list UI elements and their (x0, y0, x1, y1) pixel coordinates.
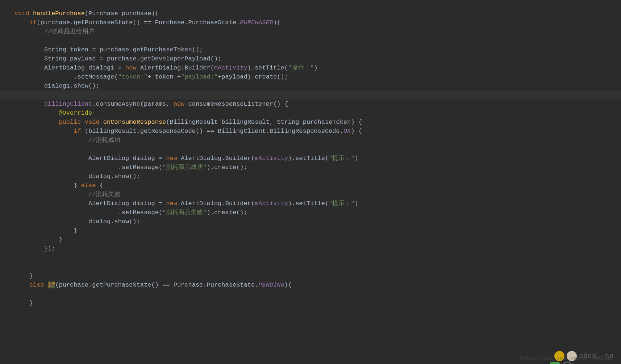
code-line: AlertDialog dialog = new AlertDialog.Bui… (14, 155, 358, 162)
code-line: AlertDialog dialog1 = new AlertDialog.Bu… (14, 64, 318, 71)
code-line: dialog.show(); (14, 173, 140, 180)
code-line: @Override (14, 110, 92, 117)
code-line: } else { (14, 182, 103, 189)
code-line: } (14, 272, 33, 279)
code-line: if(purchase.getPurchaseState() == Purcha… (14, 19, 281, 26)
code-line: billingClient.consumeAsync(params, new C… (14, 101, 288, 107)
code-line: //把商品发给用户 (14, 28, 95, 35)
code-line: } (14, 236, 63, 243)
code-line: .setMessage("消耗商品失败").create(); (14, 209, 247, 216)
code-line: //消耗成功 (14, 137, 120, 144)
code-line: //消耗失败 (14, 191, 120, 198)
code-line: dialog1.show(); (14, 82, 100, 89)
code-line: if (billingResult.getResponseCode() == B… (14, 128, 362, 135)
code-line: }); (14, 245, 55, 252)
code-line: .setMessage("消耗商品成功").create(); (14, 164, 247, 171)
watermark-url: https://blog.csdn.net/qq_44808226 (520, 354, 613, 363)
code-line: String payload = purchase.getDeveloperPa… (14, 55, 221, 62)
code-line: void handlePurchase(Purchase purchase){ (14, 10, 159, 17)
code-line: AlertDialog dialog = new AlertDialog.Bui… (14, 200, 358, 207)
code-line: } (14, 300, 33, 306)
code-line: dialog.show(); (14, 218, 140, 225)
code-line: } (14, 227, 77, 234)
code-line: public void onConsumeResponse(BillingRes… (14, 119, 362, 126)
code-editor[interactable]: void handlePurchase(Purchase purchase){ … (0, 0, 621, 308)
code-line: .setMessage("token:"+ token +"payload:"+… (14, 73, 288, 80)
code-line: String token = purchase.getPurchaseToken… (14, 46, 203, 53)
code-line: else if(purchase.getPurchaseState() == P… (14, 282, 292, 288)
